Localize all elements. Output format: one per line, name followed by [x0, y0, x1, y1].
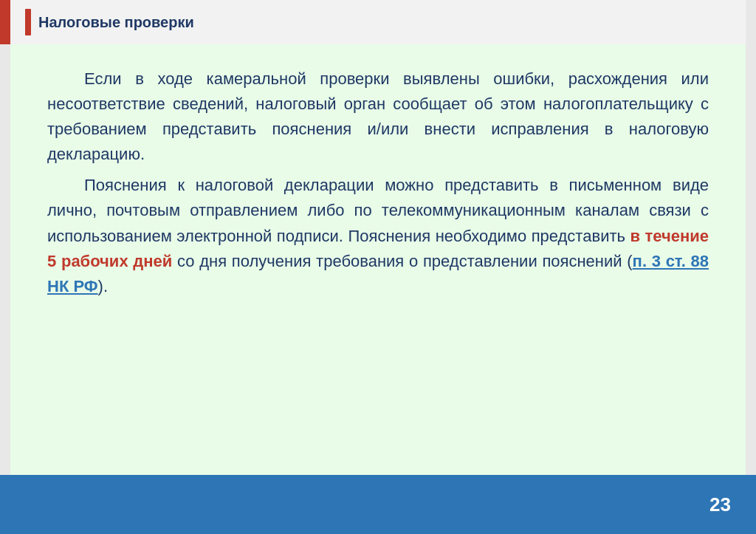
paragraph-2: Пояснения к налоговой декларации можно п…	[47, 173, 709, 298]
paragraph-1: Если в ходе камеральной проверки выявлен…	[47, 66, 709, 167]
slide-title: Налоговые проверки	[38, 14, 194, 31]
right-accent-gray-top	[746, 0, 756, 44]
left-accent-gray	[0, 44, 10, 475]
right-accent-blue	[746, 475, 756, 534]
title-red-bar	[25, 9, 31, 35]
right-accent-bar	[746, 0, 756, 534]
highlight-deadline: в течение 5 рабочих дней	[47, 227, 709, 270]
right-accent-gray-mid	[746, 44, 756, 475]
main-content-area: Если в ходе камеральной проверки выявлен…	[10, 44, 746, 475]
slide-container: Налоговые проверки Если в ходе камеральн…	[0, 0, 756, 534]
left-accent-red	[0, 0, 10, 44]
bottom-bar: 23	[10, 475, 746, 534]
content-text-block: Если в ходе камеральной проверки выявлен…	[47, 66, 709, 299]
page-number: 23	[709, 493, 731, 516]
left-accent-bar	[0, 0, 10, 534]
left-accent-blue	[0, 475, 10, 534]
header-area: Налоговые проверки	[10, 0, 746, 44]
